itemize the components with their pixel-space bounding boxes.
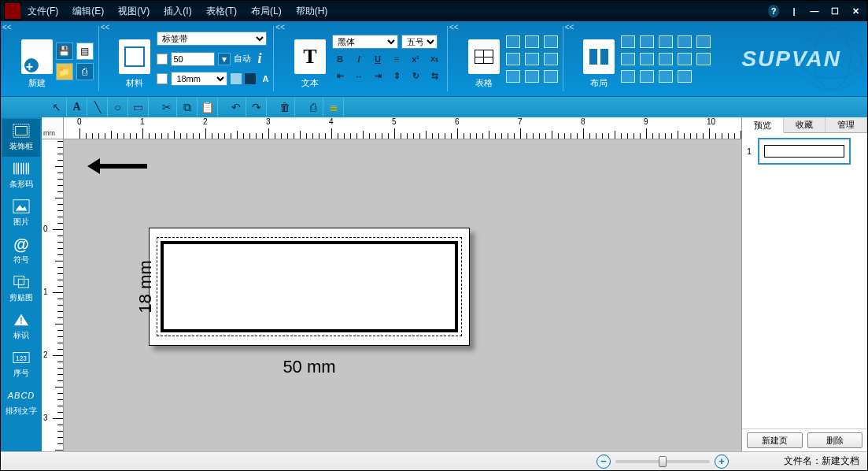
rect-tool[interactable]: ▭ xyxy=(128,98,149,117)
folder-icon[interactable]: 📁 xyxy=(56,63,73,80)
subscript-button[interactable]: x₁ xyxy=(427,52,442,66)
ribbon-collapse-1[interactable]: << xyxy=(1,21,13,96)
menu-insert[interactable]: 插入(I) xyxy=(164,5,191,18)
swatch-2[interactable] xyxy=(245,73,256,84)
menu-table[interactable]: 表格(T) xyxy=(206,5,237,18)
layout-tool[interactable] xyxy=(659,35,673,48)
save-icon[interactable]: 💾 xyxy=(56,43,73,60)
valign-button[interactable]: ⇕ xyxy=(389,69,404,83)
align-l-button[interactable]: ⇤ xyxy=(332,69,348,83)
layout-tool[interactable] xyxy=(659,70,673,83)
tab-preview[interactable]: 预览 xyxy=(742,118,784,133)
table-tool[interactable] xyxy=(544,70,558,83)
table-tool[interactable] xyxy=(506,53,520,65)
preview-thumbnail[interactable] xyxy=(758,138,851,165)
canvas[interactable]: 18 mm 50 mm xyxy=(64,139,741,451)
align-r-button[interactable]: ⇥ xyxy=(370,69,386,83)
layout-tool[interactable] xyxy=(696,35,711,48)
open-icon[interactable]: ▤ xyxy=(76,43,94,60)
menu-edit[interactable]: 编辑(E) xyxy=(72,5,104,18)
sidebar-barcode[interactable]: 条形码 xyxy=(2,157,40,195)
material-button[interactable]: 材料 xyxy=(116,24,153,92)
cut-button[interactable]: ✂ xyxy=(157,98,177,117)
pointer-tool[interactable]: ↖ xyxy=(46,98,67,117)
height-select[interactable]: 18mm xyxy=(171,72,227,86)
table-tool[interactable] xyxy=(506,35,520,48)
layout-tool[interactable] xyxy=(659,53,673,65)
layout-tool[interactable] xyxy=(640,53,654,65)
line-tool[interactable]: ╲ xyxy=(87,98,108,117)
layout-tool[interactable] xyxy=(621,70,635,83)
layout-button[interactable]: 布局 xyxy=(580,24,618,92)
sidebar-picture[interactable]: 图片 xyxy=(2,195,40,232)
rotate-button[interactable]: ↻ xyxy=(408,69,423,83)
align-left-button[interactable]: ≡ xyxy=(389,52,404,66)
layout-tool[interactable] xyxy=(678,70,692,83)
menu-file[interactable]: 文件(F) xyxy=(28,5,58,18)
ribbon-collapse-3[interactable]: << xyxy=(274,21,286,96)
table-tool[interactable] xyxy=(525,53,539,65)
table-tool[interactable] xyxy=(544,35,558,48)
italic-button[interactable]: I xyxy=(351,52,367,66)
font-select[interactable]: 黑体 xyxy=(332,35,398,49)
table-tool[interactable] xyxy=(544,53,558,65)
sidebar-sign[interactable]: ! 标识 xyxy=(2,308,40,346)
menu-layout[interactable]: 布局(L) xyxy=(251,5,282,18)
layout-tool[interactable] xyxy=(621,53,635,65)
table-tool[interactable] xyxy=(506,70,520,83)
tab-manage[interactable]: 管理 xyxy=(826,117,867,132)
ellipse-tool[interactable]: ○ xyxy=(108,98,128,117)
menu-view[interactable]: 视图(V) xyxy=(118,5,150,18)
spacing-button[interactable]: ⇆ xyxy=(427,69,442,83)
delete-page-button[interactable]: 删除 xyxy=(807,432,863,448)
zoom-slider[interactable] xyxy=(615,460,710,463)
database-button[interactable]: ≣ xyxy=(323,98,344,117)
copy-button[interactable]: ⧉ xyxy=(177,98,198,117)
preview-item[interactable]: 1 xyxy=(747,138,862,165)
bold-button[interactable]: B xyxy=(332,52,348,66)
ribbon-collapse-4[interactable]: << xyxy=(448,21,460,96)
tab-favorite[interactable]: 收藏 xyxy=(784,117,826,132)
minimize-button[interactable]: — xyxy=(809,6,820,16)
ribbon-collapse-5[interactable]: << xyxy=(563,21,576,96)
zoom-out-button[interactable]: − xyxy=(597,454,611,469)
superscript-button[interactable]: x¹ xyxy=(408,52,423,66)
sidebar-serial[interactable]: 123 序号 xyxy=(2,346,40,384)
maximize-button[interactable]: ☐ xyxy=(829,6,840,17)
width-input[interactable] xyxy=(171,52,215,66)
new-page-button[interactable]: 新建页 xyxy=(747,432,803,448)
layout-tool[interactable] xyxy=(678,35,692,48)
delete-button[interactable]: 🗑 xyxy=(275,98,295,117)
sidebar-frame[interactable]: 装饰框 xyxy=(2,119,40,157)
tape-type-select[interactable]: 标签带 xyxy=(157,32,267,46)
zoom-in-button[interactable]: + xyxy=(715,454,729,469)
text-tool[interactable]: A xyxy=(67,98,87,117)
font-size-select[interactable]: 五号 xyxy=(401,35,438,49)
layout-tool[interactable] xyxy=(621,35,635,48)
swatch-1[interactable] xyxy=(231,73,242,84)
text-button[interactable]: 文本 xyxy=(291,24,329,92)
sidebar-arrange[interactable]: ABCD 排列文字 xyxy=(2,384,40,421)
sidebar-clipart[interactable]: 剪贴图 xyxy=(2,270,40,308)
help-icon[interactable]: ? xyxy=(768,5,779,17)
layout-tool[interactable] xyxy=(696,53,711,65)
font-a-icon[interactable]: A xyxy=(262,74,268,83)
table-button[interactable]: 表格 xyxy=(465,24,503,92)
print-icon[interactable]: ⎙ xyxy=(76,63,94,80)
width-step-icon[interactable]: ▾ xyxy=(218,53,231,65)
redo-button[interactable]: ↷ xyxy=(246,98,267,117)
paste-button[interactable]: 📋 xyxy=(198,98,218,117)
print-button[interactable]: ⎙ xyxy=(303,98,323,117)
undo-button[interactable]: ↶ xyxy=(226,98,246,117)
ribbon-collapse-2[interactable]: << xyxy=(99,21,112,96)
menu-help[interactable]: 帮助(H) xyxy=(296,5,328,18)
zoom-thumb[interactable] xyxy=(659,456,667,467)
table-tool[interactable] xyxy=(525,35,539,48)
underline-button[interactable]: U xyxy=(370,52,386,66)
close-button[interactable]: ✕ xyxy=(850,6,861,17)
layout-tool[interactable] xyxy=(640,70,654,83)
layout-tool[interactable] xyxy=(678,53,692,65)
label-object[interactable] xyxy=(149,228,470,346)
layout-tool[interactable] xyxy=(640,35,654,48)
table-tool[interactable] xyxy=(525,70,539,83)
